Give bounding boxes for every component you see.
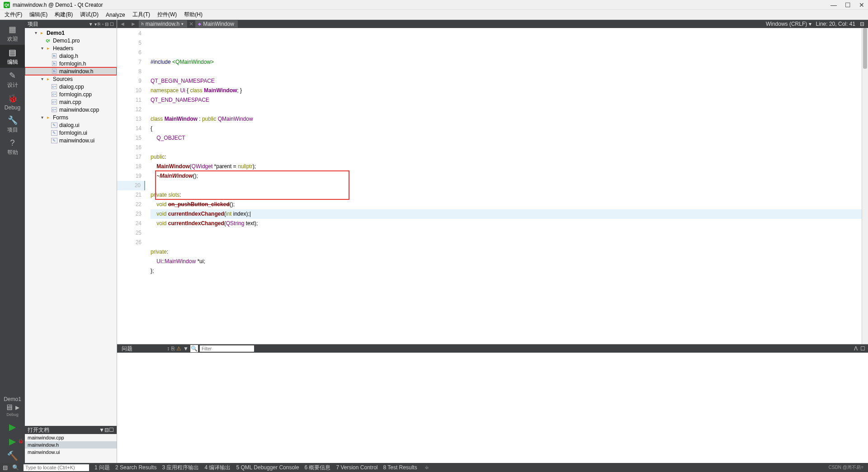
code-line[interactable]: void on_pushButton_clicked(); bbox=[151, 200, 862, 209]
status-panel-button[interactable]: 6 概要信息 bbox=[302, 464, 333, 471]
close-pane-icon[interactable]: ☐ bbox=[110, 22, 114, 27]
status-panel-button[interactable]: 3 应用程序输出 bbox=[159, 464, 202, 471]
split-icon[interactable]: ⊟ bbox=[105, 22, 108, 27]
mode-Debug[interactable]: 🐞Debug bbox=[0, 91, 25, 113]
tree-item[interactable]: dialog.cpp bbox=[25, 83, 117, 90]
mode-帮助[interactable]: ?帮助 bbox=[0, 136, 25, 158]
close-tab-button[interactable]: ✕ bbox=[187, 21, 195, 27]
symbol-crumb[interactable]: ◆MainWindow bbox=[195, 20, 238, 28]
tree-item[interactable]: ▾Forms bbox=[25, 113, 117, 121]
tree-item[interactable]: ▾Demo1 bbox=[25, 29, 117, 37]
tree-item[interactable]: ▾Sources bbox=[25, 75, 117, 83]
open-doc-item[interactable]: mainwindow.cpp bbox=[25, 434, 117, 441]
panel-toggle-icon[interactable]: ▤ bbox=[3, 464, 8, 471]
tree-item[interactable]: formlogin.h bbox=[25, 60, 117, 67]
close-pane-icon[interactable]: ☐ bbox=[109, 427, 114, 433]
code-line[interactable] bbox=[151, 143, 862, 152]
code-line[interactable]: void currentIndexChanged(QString text); bbox=[151, 219, 862, 228]
code-line[interactable]: void currentIndexChanged(int index);| bbox=[151, 209, 862, 219]
build-button[interactable]: 🔨 bbox=[7, 448, 18, 463]
menu-item[interactable]: 编辑(E) bbox=[27, 10, 50, 19]
collapse-icon[interactable]: ᐱ bbox=[854, 345, 858, 352]
menu-item[interactable]: 构建(B) bbox=[52, 10, 75, 19]
code-line[interactable] bbox=[151, 67, 862, 76]
code-line[interactable] bbox=[151, 181, 862, 190]
split-horizontal-icon[interactable]: ⊟ bbox=[860, 21, 864, 27]
open-doc-item[interactable]: mainwindow.h bbox=[25, 441, 117, 448]
split-icon[interactable]: ⊟ bbox=[104, 427, 109, 433]
maximize-button[interactable]: ☐ bbox=[845, 1, 851, 9]
code-line[interactable]: namespace Ui { class MainWindow; } bbox=[151, 86, 862, 95]
code-line[interactable]: ~MainWindow(); bbox=[151, 171, 862, 181]
tree-item[interactable]: dialog.ui bbox=[25, 121, 117, 129]
menu-item[interactable]: 控件(W) bbox=[155, 10, 179, 19]
status-panel-button[interactable]: 1 问题 bbox=[92, 464, 113, 471]
tree-item[interactable]: Demo1.pro bbox=[25, 37, 117, 44]
tree-item[interactable]: formlogin.cpp bbox=[25, 90, 117, 98]
clear-icon[interactable]: ⎘ bbox=[171, 345, 175, 352]
menu-item[interactable]: 帮助(H) bbox=[181, 10, 205, 19]
filter-icon[interactable]: ▼ bbox=[89, 22, 93, 27]
code-line[interactable]: QT_END_NAMESPACE bbox=[151, 95, 862, 105]
mode-编辑[interactable]: ▤编辑 bbox=[0, 45, 25, 68]
project-tree[interactable]: ▾Demo1Demo1.pro▾Headersdialog.hformlogin… bbox=[25, 28, 117, 426]
vertical-scrollbar[interactable] bbox=[862, 28, 868, 344]
nav-back-button[interactable]: ◄ bbox=[117, 21, 128, 27]
code-line[interactable]: QT_BEGIN_NAMESPACE bbox=[151, 76, 862, 86]
code-line[interactable]: class MainWindow : public QMainWindow bbox=[151, 114, 862, 124]
tree-item[interactable]: dialog.h bbox=[25, 52, 117, 60]
cursor-position[interactable]: Line: 20, Col: 41 bbox=[816, 21, 855, 27]
target-selector[interactable]: Demo1 🖥 ▸ Debug bbox=[0, 393, 25, 420]
expand-icon[interactable]: ▾ bbox=[39, 46, 45, 51]
add-icon[interactable]: ▫ bbox=[102, 22, 104, 27]
mode-设计[interactable]: ✎设计 bbox=[0, 68, 25, 91]
code-line[interactable]: }; bbox=[151, 266, 862, 276]
code-line[interactable]: private slots: bbox=[151, 190, 862, 200]
code-line[interactable]: Ui::MainWindow *ui; bbox=[151, 257, 862, 266]
locator-input[interactable] bbox=[24, 464, 89, 471]
filter-icon[interactable]: ▼ bbox=[183, 345, 189, 352]
menu-item[interactable]: Analyze bbox=[103, 11, 128, 19]
run-button[interactable]: ▶ bbox=[9, 420, 16, 434]
status-panel-button[interactable]: 7 Version Control bbox=[333, 464, 380, 471]
status-panel-button[interactable]: 5 QML Debugger Console bbox=[233, 464, 302, 471]
encoding-selector[interactable]: Windows (CRLF) ▾ bbox=[766, 21, 811, 27]
file-crumb[interactable]: hmainwindow.h▾ bbox=[139, 20, 187, 28]
issues-tab[interactable]: 问题 bbox=[117, 345, 137, 353]
code-line[interactable]: { bbox=[151, 124, 862, 133]
code-line[interactable]: MainWindow(QWidget *parent = nullptr); bbox=[151, 162, 862, 171]
menu-item[interactable]: 文件(F) bbox=[2, 10, 25, 19]
clear-icon[interactable]: ↕ bbox=[167, 345, 170, 352]
filter-input[interactable] bbox=[200, 345, 254, 352]
menu-item[interactable]: 工具(T) bbox=[130, 10, 153, 19]
code-line[interactable] bbox=[151, 228, 862, 238]
close-panel-icon[interactable]: ☐ bbox=[860, 345, 865, 352]
expand-icon[interactable]: ▾ bbox=[39, 115, 45, 120]
open-docs-list[interactable]: mainwindow.cppmainwindow.hmainwindow.ui bbox=[25, 434, 117, 463]
code-line[interactable]: #include <QMainWindow> bbox=[151, 57, 862, 67]
tree-item[interactable]: formlogin.ui bbox=[25, 129, 117, 137]
line-number-gutter[interactable]: 4567891011121314151617181920212223242526 bbox=[117, 28, 145, 344]
tree-item[interactable]: ▾Headers bbox=[25, 44, 117, 52]
status-panel-button[interactable]: 4 编译输出 bbox=[202, 464, 233, 471]
code-line[interactable] bbox=[151, 238, 862, 247]
code-editor[interactable]: #include <QMainWindow> QT_BEGIN_NAMESPAC… bbox=[145, 28, 862, 344]
status-panel-button[interactable]: 8 Test Results bbox=[380, 464, 420, 471]
status-panel-button[interactable]: 2 Search Results bbox=[113, 464, 159, 471]
sync-icon[interactable]: ▾ ⎘ bbox=[94, 22, 101, 27]
code-line[interactable]: public: bbox=[151, 152, 862, 162]
expand-icon[interactable]: ▾ bbox=[33, 30, 38, 35]
mode-欢迎[interactable]: ▦欢迎 bbox=[0, 22, 25, 45]
code-line[interactable]: private: bbox=[151, 247, 862, 257]
minimize-button[interactable]: — bbox=[830, 1, 837, 9]
nav-forward-button[interactable]: ► bbox=[128, 21, 139, 27]
expand-icon[interactable]: ▾ bbox=[39, 76, 45, 81]
tree-item[interactable]: mainwindow.h bbox=[25, 67, 117, 75]
close-button[interactable]: ✕ bbox=[859, 1, 864, 9]
open-doc-item[interactable]: mainwindow.ui bbox=[25, 448, 117, 456]
run-debug-button[interactable]: ▶🐞 bbox=[9, 434, 16, 448]
mode-项目[interactable]: 🔧项目 bbox=[0, 113, 25, 136]
code-line[interactable] bbox=[151, 105, 862, 114]
tree-item[interactable]: mainwindow.cpp bbox=[25, 106, 117, 113]
tree-item[interactable]: mainwindow.ui bbox=[25, 137, 117, 144]
